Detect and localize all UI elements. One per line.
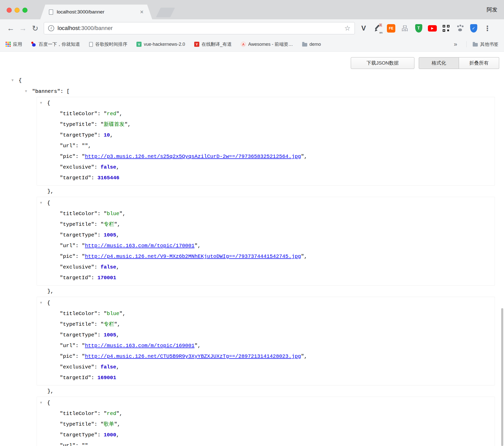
json-line: "titleColor": "blue", <box>37 209 495 219</box>
comma: , <box>116 332 119 338</box>
quote: " <box>85 443 88 446</box>
quote: " <box>82 353 85 359</box>
bookmark-item-awesomes[interactable]: A Awesomes - 前端资… <box>241 41 293 47</box>
bookmark-item-vue-hackernews[interactable]: V vue-hackernews-2.0 <box>136 42 185 47</box>
youtube-extension-icon[interactable]: ▶ <box>428 24 437 33</box>
json-string-value: 专栏 <box>104 321 114 327</box>
reload-button[interactable]: ↻ <box>29 22 41 34</box>
bookmark-item-baidu[interactable]: 百度一下，你就知道 <box>31 41 80 47</box>
bookmarks-overflow-chevron-icon[interactable]: » <box>454 41 457 48</box>
colon: : <box>97 311 104 317</box>
colon: : <box>94 321 101 327</box>
zoom-window-icon[interactable] <box>22 8 27 13</box>
json-string-value: 新碟首发 <box>104 122 124 127</box>
format-button[interactable]: 格式化 <box>419 57 459 69</box>
green-shield-extension-icon[interactable]: T <box>414 24 423 33</box>
profile-name[interactable]: 阿发 <box>487 6 497 13</box>
json-line: "titleColor": "blue", <box>37 308 495 319</box>
collapse-toggle-icon[interactable]: ▼ <box>40 397 47 408</box>
minimize-window-icon[interactable] <box>15 8 20 13</box>
json-line: ▼{ <box>37 298 495 308</box>
collapse-toggle-icon[interactable]: ▼ <box>40 298 47 308</box>
blue-shield-extension-icon[interactable]: ✓ <box>469 24 478 33</box>
collapse-all-button[interactable]: 折叠所有 <box>459 57 499 69</box>
quote: " <box>82 443 85 446</box>
bookmark-item-youdao[interactable]: Y 在线翻译_有道 <box>194 41 232 47</box>
fehelper-extension-icon[interactable]: FE <box>386 24 396 33</box>
quote: " <box>60 321 63 327</box>
org-chart-extension-icon[interactable]: 品 <box>400 24 410 33</box>
vimium-extension-icon[interactable]: V <box>359 24 368 33</box>
quote: " <box>60 432 63 438</box>
json-key: targetId <box>63 275 88 281</box>
bookmark-label: 在线翻译_有道 <box>202 41 232 47</box>
paw-icon <box>456 24 464 32</box>
json-line: "targetType": 1005, <box>37 230 495 241</box>
quote: " <box>60 364 63 370</box>
json-line: "typeTitle": "专栏", <box>37 319 495 330</box>
collapse-toggle-icon[interactable]: ▼ <box>11 75 19 86</box>
comma: , <box>119 411 122 417</box>
json-boolean-value: false <box>101 264 116 270</box>
json-key: exclusive <box>63 364 91 370</box>
json-line: ▼{ <box>37 397 495 408</box>
quote: " <box>116 111 119 117</box>
qr-code-extension-icon[interactable] <box>441 24 451 33</box>
json-string-value: red <box>107 111 116 117</box>
json-number-value: 10 <box>104 132 110 138</box>
quote: " <box>57 88 60 94</box>
forward-button[interactable]: → <box>17 22 29 34</box>
other-bookmarks-folder[interactable]: 其他书签 <box>466 41 498 47</box>
paw-extension-icon[interactable] <box>455 24 465 33</box>
json-number-value: 169001 <box>97 375 116 381</box>
close-tab-icon[interactable]: × <box>140 9 144 15</box>
json-line: "typeTitle": "新碟首发", <box>37 119 495 130</box>
bookmark-item-demo[interactable]: demo <box>302 42 321 47</box>
comma: , <box>88 143 91 149</box>
bookmark-label: 百度一下，你就知道 <box>39 41 80 47</box>
back-button[interactable]: ← <box>5 22 17 34</box>
colon: : <box>97 432 104 438</box>
quote: " <box>116 411 119 417</box>
json-url-link[interactable]: http://music.163.com/m/topic/169001 <box>85 343 194 349</box>
json-number-value: 1005 <box>104 332 116 338</box>
json-url-link[interactable]: http://p4.music.126.net/V9-MXz6b2MNhEKju… <box>85 254 301 259</box>
quote: " <box>60 154 63 159</box>
collapse-toggle-icon[interactable]: ▼ <box>40 198 47 208</box>
json-url-link[interactable]: http://music.163.com/m/topic/170001 <box>85 243 194 249</box>
quote: " <box>82 143 85 149</box>
quote: " <box>88 375 91 381</box>
page-info-icon[interactable]: i <box>48 25 54 31</box>
close-window-icon[interactable] <box>7 8 12 13</box>
quote: " <box>60 353 63 359</box>
collapse-toggle-icon[interactable]: ▼ <box>40 98 47 108</box>
bookmark-item-apps[interactable]: 应用 <box>6 41 22 47</box>
scrollbar-thumb[interactable] <box>501 308 503 446</box>
quote: " <box>60 243 63 249</box>
json-line: }, <box>47 286 499 297</box>
bookmark-star-icon[interactable]: ☆ <box>344 24 351 32</box>
translate-extension-icon[interactable]: 英 en <box>373 24 382 33</box>
quote: " <box>94 111 97 117</box>
json-object-box: ▼{"titleColor": "red","typeTitle": "新碟首发… <box>37 97 495 186</box>
address-bar[interactable]: i localhost:3000/banner ☆ <box>44 22 355 34</box>
tab-title: localhost:3000/banner <box>57 9 136 15</box>
quote: " <box>60 411 63 417</box>
quote: " <box>91 364 94 370</box>
address-url: localhost:3000/banner <box>58 25 113 32</box>
quote: " <box>114 221 117 227</box>
quote: " <box>91 122 94 127</box>
quote: " <box>60 232 63 238</box>
json-key: titleColor <box>63 211 94 217</box>
collapse-toggle-icon[interactable]: ▼ <box>25 86 32 97</box>
browser-menu-icon[interactable]: ⋮ <box>483 24 492 33</box>
colon: : <box>76 154 82 159</box>
colon: : <box>94 164 101 170</box>
bookmark-item-google-sort[interactable]: 谷歌按时间排序 <box>89 41 127 47</box>
json-key: targetType <box>63 232 94 238</box>
browser-tab[interactable]: localhost:3000/banner × <box>40 5 152 19</box>
download-json-button[interactable]: 下载JSON数据 <box>351 57 414 69</box>
new-tab-button[interactable] <box>156 8 175 17</box>
json-url-link[interactable]: http://p3.music.126.net/s25q2x5QyqsAzilC… <box>85 154 301 159</box>
json-url-link[interactable]: http://p4.music.126.net/CTU5B9R9y3XyYBZX… <box>85 353 301 359</box>
